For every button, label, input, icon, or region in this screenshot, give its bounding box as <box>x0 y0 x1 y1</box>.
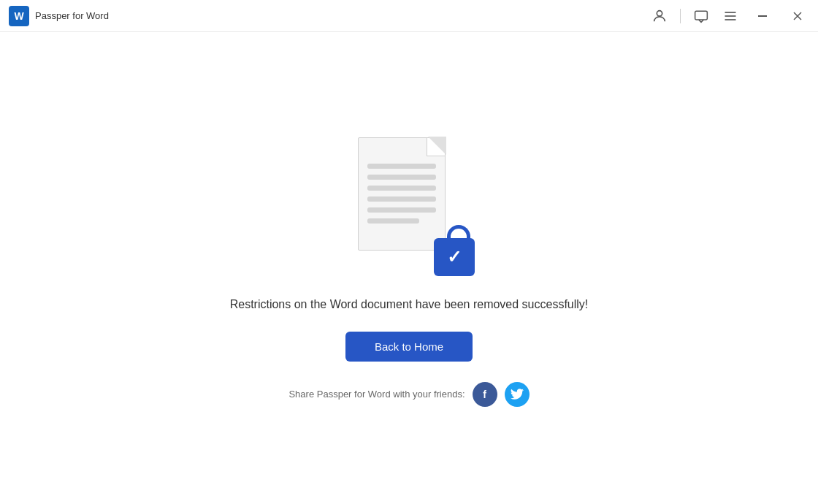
share-text: Share Passper for Word with your friends… <box>288 389 465 400</box>
success-message: Restrictions on the Word document have b… <box>230 298 589 311</box>
document-corner <box>427 138 445 156</box>
account-icon[interactable] <box>651 7 668 25</box>
divider <box>680 9 681 23</box>
title-bar-left: W Passper for Word <box>9 6 109 26</box>
lock-body: ✓ <box>434 238 475 276</box>
svg-rect-5 <box>758 15 767 17</box>
close-button[interactable] <box>786 4 809 28</box>
svg-point-0 <box>657 10 662 15</box>
twitter-button[interactable] <box>505 382 530 407</box>
doc-line-2 <box>367 175 436 180</box>
doc-line-5 <box>367 207 436 213</box>
doc-line-1 <box>367 164 436 169</box>
facebook-button[interactable]: f <box>473 382 497 407</box>
facebook-icon: f <box>483 389 486 400</box>
checkmark-icon: ✓ <box>447 247 462 267</box>
app-icon: W <box>9 6 29 26</box>
share-section: Share Passper for Word with your friends… <box>288 382 529 407</box>
message-icon[interactable] <box>692 7 710 25</box>
lock-shackle <box>447 225 470 243</box>
minimize-button[interactable] <box>751 4 774 28</box>
lock-icon: ✓ <box>434 221 475 276</box>
title-bar-right <box>651 4 809 28</box>
svg-rect-1 <box>695 11 708 20</box>
back-home-button[interactable]: Back to Home <box>345 332 473 362</box>
menu-icon[interactable] <box>722 7 739 25</box>
twitter-icon <box>511 389 524 400</box>
app-title: Passper for Word <box>35 10 109 21</box>
doc-line-4 <box>367 196 436 202</box>
document-body <box>358 137 446 251</box>
main-content: ✓ Restrictions on the Word document have… <box>0 32 818 504</box>
doc-line-3 <box>367 186 436 191</box>
success-illustration: ✓ <box>343 130 475 276</box>
title-bar: W Passper for Word <box>0 0 818 32</box>
doc-line-6 <box>367 218 419 224</box>
